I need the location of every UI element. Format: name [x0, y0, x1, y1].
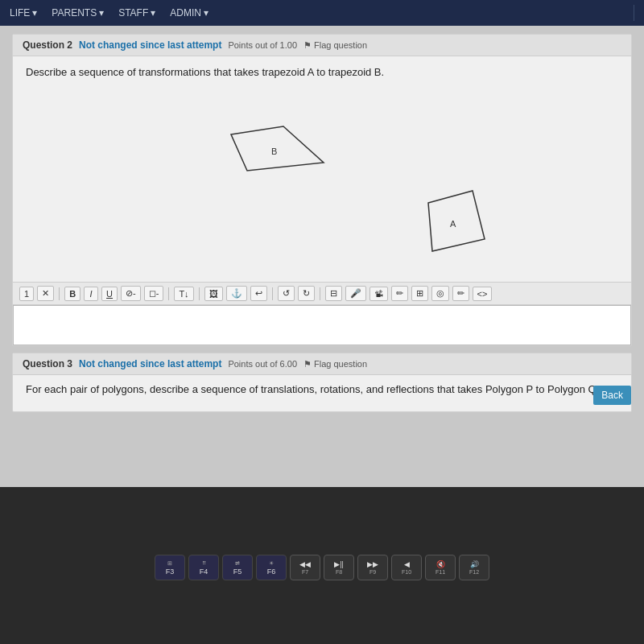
- trapezoid-b-shape: [231, 126, 324, 171]
- flag-label-3: Flag question: [314, 359, 367, 369]
- question-2-status: Not changed since last attempt: [79, 39, 221, 51]
- key-f12[interactable]: 🔊 F12: [459, 555, 489, 580]
- trapezoid-a-shape: [428, 191, 485, 251]
- toolbar-btn-cross[interactable]: ✕: [37, 286, 54, 301]
- question-3-card: Question 3 Not changed since last attemp…: [12, 353, 632, 412]
- back-button[interactable]: Back: [593, 386, 631, 405]
- question-2-text: Describe a sequence of transformations t…: [26, 66, 618, 78]
- toolbar-sep-2: [168, 287, 169, 300]
- toolbar-sep-4: [272, 287, 273, 300]
- toolbar-btn-1[interactable]: 1: [19, 287, 34, 301]
- toolbar-btn-anchor[interactable]: ⚓: [226, 286, 247, 301]
- question-3-body: For each pair of polygons, describe a se…: [13, 375, 631, 411]
- key-f5[interactable]: ⇌ F5: [222, 555, 253, 580]
- trapezoid-b-label: B: [271, 147, 277, 156]
- nav-life-label: LIFE: [10, 7, 30, 19]
- key-f6[interactable]: ☀ F6: [256, 555, 287, 580]
- toolbar-sep-3: [199, 287, 200, 300]
- text-editor[interactable]: [13, 305, 631, 345]
- navbar: LIFE ▾ PARENTS ▾ STAFF ▾ ADMIN ▾: [0, 0, 644, 26]
- question-3-points: Points out of 6.00: [228, 359, 297, 369]
- toolbar-btn-bold[interactable]: B: [64, 287, 80, 301]
- flag-icon: ⚑: [303, 40, 312, 51]
- toolbar-btn-pencil[interactable]: ✏: [391, 286, 408, 301]
- diagram-area: B A: [26, 86, 618, 263]
- toolbar-btn-block[interactable]: ⊟: [325, 286, 342, 301]
- nav-staff-chevron: ▾: [151, 7, 155, 19]
- question-2-body: Describe a sequence of transformations t…: [13, 56, 631, 282]
- nav-admin-chevron: ▾: [204, 7, 208, 19]
- toolbar-btn-undo[interactable]: ↺: [278, 286, 295, 301]
- toolbar-btn-edit2[interactable]: ✏: [452, 286, 469, 301]
- key-f8[interactable]: ▶|| F8: [324, 555, 354, 580]
- nav-staff[interactable]: STAFF ▾: [118, 7, 155, 19]
- editor-toolbar: 1 ✕ B I U ⊘- ◻- T↓ 🖼 ⚓ ↩ ↺ ↻ ⊟ 🎤 📽 ✏ ⊞ ◎…: [13, 282, 631, 305]
- toolbar-btn-format1[interactable]: ⊘-: [121, 286, 141, 301]
- toolbar-btn-redo[interactable]: ↻: [298, 286, 315, 301]
- nav-parents[interactable]: PARENTS ▾: [52, 7, 104, 19]
- toolbar-btn-cloud[interactable]: ◎: [431, 286, 449, 301]
- toolbar-btn-loop[interactable]: ↩: [250, 286, 267, 301]
- trapezoid-diagram: B A: [26, 86, 618, 263]
- keyboard-row-fn: ⊞ F3 ⠿ F4 ⇌ F5 ☀ F6 ◀◀ F7 ▶|| F8 ▶▶ F9 ◀: [155, 555, 489, 580]
- key-f3[interactable]: ⊞ F3: [155, 555, 185, 580]
- question-3-flag[interactable]: ⚑ Flag question: [303, 359, 367, 369]
- trapezoid-a-label: A: [450, 219, 456, 229]
- question-2-flag[interactable]: ⚑ Flag question: [303, 40, 367, 51]
- nav-parents-chevron: ▾: [99, 7, 104, 19]
- question-3-text: For each pair of polygons, describe a se…: [26, 383, 618, 395]
- question-2-header: Question 2 Not changed since last attemp…: [13, 35, 631, 56]
- nav-life-chevron: ▾: [32, 7, 37, 19]
- question-3-header: Question 3 Not changed since last attemp…: [13, 353, 631, 375]
- key-f10[interactable]: ◀ F10: [391, 555, 422, 580]
- nav-life[interactable]: LIFE ▾: [10, 7, 37, 19]
- question-3-status: Not changed since last attempt: [79, 358, 221, 369]
- question-3-number: Question 3: [23, 358, 72, 369]
- question-2-number: Question 2: [23, 39, 72, 51]
- toolbar-btn-grid[interactable]: ⊞: [411, 286, 428, 301]
- flag-label: Flag question: [314, 40, 367, 50]
- toolbar-sep-1: [59, 287, 60, 300]
- toolbar-btn-textsize[interactable]: T↓: [174, 287, 193, 301]
- question-2-card: Question 2 Not changed since last attemp…: [12, 34, 632, 346]
- key-f7[interactable]: ◀◀ F7: [290, 555, 320, 580]
- key-f4[interactable]: ⠿ F4: [188, 555, 219, 580]
- nav-separator: [634, 5, 634, 21]
- toolbar-btn-mic[interactable]: 🎤: [345, 286, 366, 301]
- toolbar-sep-5: [320, 287, 320, 300]
- toolbar-btn-italic[interactable]: I: [84, 287, 98, 301]
- toolbar-btn-image[interactable]: 🖼: [204, 287, 223, 301]
- toolbar-btn-format2[interactable]: ◻-: [144, 286, 164, 301]
- nav-staff-label: STAFF: [118, 7, 148, 19]
- nav-admin-label: ADMIN: [170, 7, 201, 19]
- key-f9[interactable]: ▶▶ F9: [357, 555, 388, 580]
- toolbar-btn-underline[interactable]: U: [101, 287, 118, 301]
- nav-parents-label: PARENTS: [52, 7, 97, 19]
- toolbar-btn-video[interactable]: 📽: [369, 287, 388, 301]
- key-f11[interactable]: 🔇 F11: [425, 555, 456, 580]
- question-2-points: Points out of 1.00: [228, 40, 297, 50]
- keyboard-area: ⊞ F3 ⠿ F4 ⇌ F5 ☀ F6 ◀◀ F7 ▶|| F8 ▶▶ F9 ◀: [0, 487, 644, 644]
- flag-icon-3: ⚑: [303, 359, 312, 369]
- nav-admin[interactable]: ADMIN ▾: [170, 7, 208, 19]
- toolbar-btn-code[interactable]: <>: [473, 287, 493, 301]
